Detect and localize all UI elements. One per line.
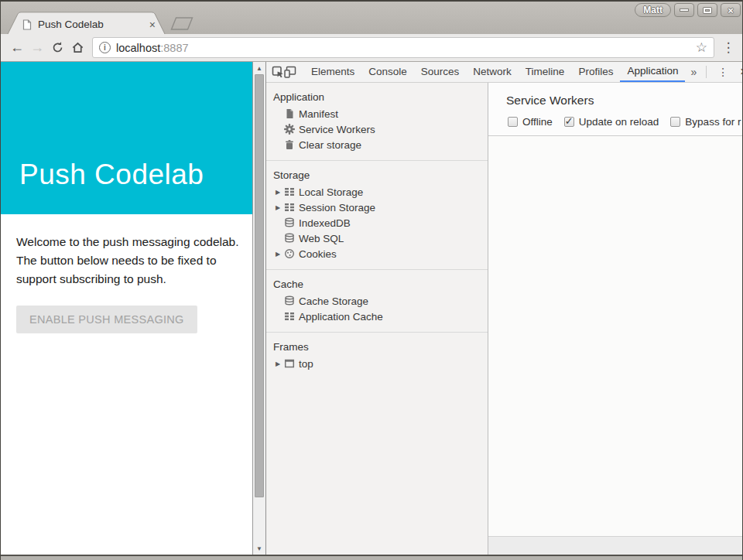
trash-icon xyxy=(284,139,295,150)
maximize-icon xyxy=(704,8,711,13)
bookmark-star-icon[interactable]: ☆ xyxy=(696,39,707,56)
page-scrollbar[interactable]: ▲ ▼ xyxy=(252,62,265,555)
expander-icon[interactable]: ▶ xyxy=(276,251,284,258)
expander-icon[interactable]: ▶ xyxy=(276,360,284,367)
expander-icon[interactable]: ▶ xyxy=(276,189,284,196)
devtools-tab-profiles[interactable]: Profiles xyxy=(571,62,620,82)
address-bar[interactable]: i localhost :8887 ☆ xyxy=(92,37,714,58)
page-body: Welcome to the push messaging codelab. T… xyxy=(1,214,252,555)
url-port: :8887 xyxy=(160,42,188,54)
tab-title: Push Codelab xyxy=(38,19,147,30)
window-minimize-button[interactable] xyxy=(674,3,694,17)
sidebar-item-label: Clear storage xyxy=(299,139,361,151)
page-hero: Push Codelab xyxy=(1,62,252,214)
content-area: Push Codelab Welcome to the push messagi… xyxy=(1,62,742,555)
section-title: Cache xyxy=(266,278,488,293)
sidebar-item-label: Manifest xyxy=(299,108,338,120)
device-toolbar-button[interactable] xyxy=(284,65,296,79)
new-tab-button[interactable] xyxy=(168,17,196,30)
minimize-icon xyxy=(680,9,688,11)
frame-icon xyxy=(284,358,295,369)
sidebar-item-label: Cache Storage xyxy=(299,295,368,307)
sidebar-item-top-frame[interactable]: ▶ top xyxy=(266,356,488,371)
devtools-tab-elements[interactable]: Elements xyxy=(304,62,361,82)
table-icon xyxy=(284,311,295,322)
sidebar-item-cache-storage[interactable]: Cache Storage xyxy=(266,293,488,309)
devtools-tab-network[interactable]: Network xyxy=(466,62,519,82)
sidebar-item-clear-storage[interactable]: Clear storage xyxy=(266,137,488,152)
checkbox-icon[interactable] xyxy=(670,117,680,127)
table-icon xyxy=(284,186,295,197)
window-titlebar: Push Codelab × Matt × xyxy=(1,2,742,34)
sidebar-section-application: Application Manifest xyxy=(266,83,488,161)
devtools-tab-timeline[interactable]: Timeline xyxy=(519,62,572,82)
devtools-body: Application Manifest xyxy=(266,83,742,555)
sidebar-section-cache: Cache Cache Storage xyxy=(266,270,488,333)
sidebar-item-cookies[interactable]: ▶ Cookies xyxy=(266,246,488,261)
expander-icon[interactable]: ▶ xyxy=(276,204,284,211)
file-icon xyxy=(284,108,295,119)
gear-icon xyxy=(284,124,295,135)
checkbox-icon[interactable] xyxy=(564,117,574,127)
database-icon xyxy=(284,233,295,244)
sidebar-item-label: Service Workers xyxy=(299,124,375,135)
checkbox-label: Bypass for r xyxy=(685,116,741,128)
sidebar-item-label: Application Cache xyxy=(299,311,383,323)
sidebar-item-web-sql[interactable]: Web SQL xyxy=(266,230,488,246)
offline-checkbox[interactable]: Offline xyxy=(508,116,553,128)
scroll-down-icon[interactable]: ▼ xyxy=(253,542,265,555)
page-favicon-icon xyxy=(22,19,32,30)
reload-button[interactable] xyxy=(47,38,67,58)
service-workers-pane: Service Workers Offline Update on reload xyxy=(488,83,742,555)
window-maximize-button[interactable] xyxy=(697,3,717,17)
browser-menu-icon[interactable]: ⋮ xyxy=(721,39,736,56)
browser-tab[interactable]: Push Codelab × xyxy=(7,12,166,34)
devtools-panel: Elements Console Sources Network Timelin… xyxy=(265,62,742,555)
enable-push-button[interactable]: ENABLE PUSH MESSAGING xyxy=(16,306,197,333)
scrollbar-thumb[interactable] xyxy=(255,74,264,497)
sidebar-item-indexeddb[interactable]: IndexedDB xyxy=(266,215,488,230)
sidebar-item-session-storage[interactable]: ▶ Session Storage xyxy=(266,200,488,215)
sidebar-item-label: Local Storage xyxy=(299,186,363,198)
checkbox-icon[interactable] xyxy=(508,117,518,127)
page-title: Push Codelab xyxy=(1,159,204,214)
devtools-tab-application[interactable]: Application xyxy=(620,62,685,82)
sidebar-section-storage: Storage ▶ Local Storage ▶ xyxy=(266,161,488,270)
update-on-reload-checkbox[interactable]: Update on reload xyxy=(564,116,659,128)
devtools-menu-icon[interactable]: ⋮ xyxy=(710,66,735,78)
back-button[interactable]: ← xyxy=(7,38,27,58)
sidebar-section-frames: Frames ▶ top xyxy=(266,333,488,379)
bypass-for-network-checkbox[interactable]: Bypass for r xyxy=(670,116,741,128)
inspect-cursor-icon xyxy=(272,66,284,78)
checkbox-label: Offline xyxy=(522,116,553,128)
devtools-toolbar: Elements Console Sources Network Timelin… xyxy=(266,62,742,83)
tab-close-icon[interactable]: × xyxy=(147,19,158,30)
section-title: Frames xyxy=(266,340,488,356)
service-workers-list-area xyxy=(488,136,742,536)
browser-window: Push Codelab × Matt × ← → xyxy=(0,0,743,560)
sidebar-item-service-workers[interactable]: Service Workers xyxy=(266,121,488,137)
devtools-close-icon[interactable]: × xyxy=(735,65,743,79)
reload-icon xyxy=(51,41,64,54)
application-sidebar: Application Manifest xyxy=(266,83,488,555)
forward-button[interactable]: → xyxy=(27,38,47,58)
sidebar-item-application-cache[interactable]: Application Cache xyxy=(266,309,488,324)
service-worker-options: Offline Update on reload Bypass for r xyxy=(508,116,742,128)
sidebar-item-label: top xyxy=(299,358,313,370)
inspect-element-button[interactable] xyxy=(272,65,284,79)
section-title: Application xyxy=(266,90,488,106)
devtools-tab-console[interactable]: Console xyxy=(361,62,414,82)
devtools-tab-sources[interactable]: Sources xyxy=(414,62,467,82)
window-close-button[interactable]: × xyxy=(721,3,741,17)
service-workers-header: Service Workers Offline Update on reload xyxy=(488,83,742,136)
sidebar-item-local-storage[interactable]: ▶ Local Storage xyxy=(266,184,488,200)
more-tabs-icon[interactable]: » xyxy=(685,66,702,78)
home-button[interactable] xyxy=(67,38,87,58)
page-info-icon[interactable]: i xyxy=(99,42,111,53)
browser-toolbar: ← → i localhost :8887 ☆ ⋮ xyxy=(1,34,742,62)
home-icon xyxy=(71,41,84,54)
sidebar-item-manifest[interactable]: Manifest xyxy=(266,106,488,121)
window-bottom-edge xyxy=(1,555,742,560)
scroll-up-icon[interactable]: ▲ xyxy=(253,62,265,74)
session-user-badge[interactable]: Matt xyxy=(635,3,671,17)
